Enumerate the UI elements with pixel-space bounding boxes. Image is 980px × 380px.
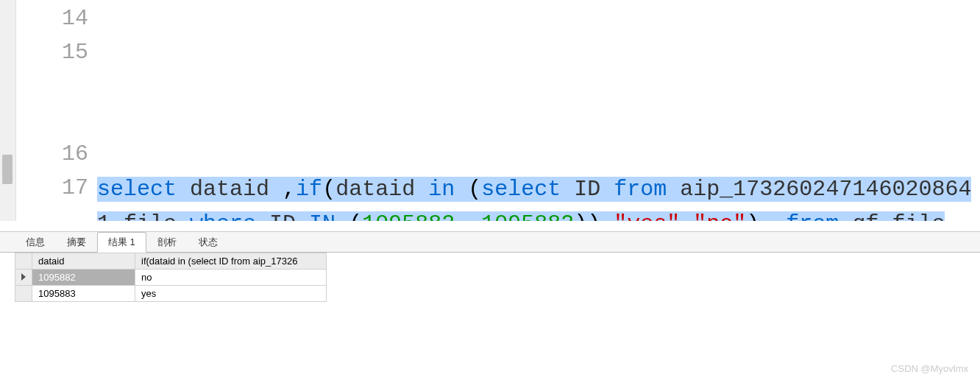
row-indicator [15,286,32,302]
table-row[interactable]: 1095882 no [15,270,327,286]
code-line: select dataid ,if(dataid in (select ID f… [97,172,980,221]
tab-info[interactable]: 信息 [15,232,56,253]
cell-dataid[interactable]: 1095883 [32,286,135,302]
line-number-gutter: 14 15 16 17 [16,0,97,221]
column-header[interactable]: dataid [32,253,135,270]
cell-dataid[interactable]: 1095882 [32,270,135,286]
watermark: CSDN @Myovlmx [891,363,968,374]
line-number: 17 [16,171,88,205]
row-indicator [15,270,32,286]
code-line [97,70,980,104]
tab-status[interactable]: 状态 [188,232,229,253]
cell-result[interactable]: yes [135,286,327,302]
sql-editor[interactable]: 14 15 16 17 select dataid ,if(dataid in … [0,0,980,221]
column-header[interactable]: if(dataid in (select ID from aip_17326 [135,253,327,270]
line-number: 14 [16,1,88,35]
fold-mark [2,155,13,184]
grid-corner [15,253,32,270]
result-panel: 信息 摘要 结果 1 剖析 状态 dataid if(dataid in (se… [0,231,980,302]
line-number: 16 [16,137,88,171]
cell-result[interactable]: no [135,270,327,286]
line-number: 15 [16,35,88,137]
code-content[interactable]: select dataid ,if(dataid in (select ID f… [97,0,980,221]
fold-gutter [0,0,16,221]
table-row[interactable]: 1095883 yes [15,286,327,302]
result-tabs: 信息 摘要 结果 1 剖析 状态 [0,232,980,253]
tab-result-1[interactable]: 结果 1 [97,232,146,253]
tab-summary[interactable]: 摘要 [56,232,97,253]
result-grid[interactable]: dataid if(dataid in (select ID from aip_… [15,253,327,302]
tab-profile[interactable]: 剖析 [146,232,188,253]
current-row-icon [21,273,26,281]
